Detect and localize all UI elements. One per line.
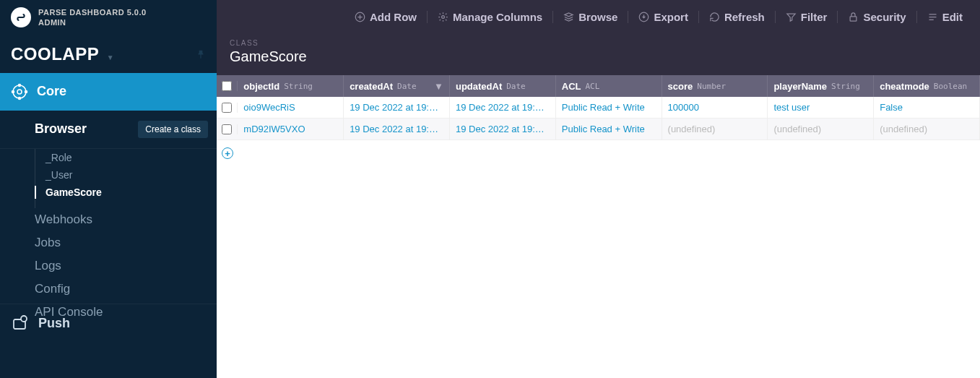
create-class-button[interactable]: Create a class (138, 121, 208, 138)
tool-label: Export (654, 11, 688, 23)
col-score[interactable]: scoreNumber (662, 75, 768, 97)
cell-score[interactable]: (undefined) (662, 119, 768, 139)
refresh-button[interactable]: Refresh (699, 11, 776, 23)
nav-webhooks[interactable]: Webhooks (0, 208, 217, 231)
class-kicker: CLASS (230, 39, 967, 47)
product-name: PARSE DASHBOARD 5.0.0 (38, 7, 147, 17)
tool-label: Edit (942, 11, 963, 23)
cell-updatedat[interactable]: 19 Dec 2022 at 19:… (450, 97, 556, 118)
app-selector[interactable]: COOLAPP ▼ (0, 35, 217, 73)
add-row-inline-button[interactable]: + (222, 147, 233, 159)
row-checkbox[interactable] (222, 124, 232, 134)
product-header: PARSE DASHBOARD 5.0.0 ADMIN (0, 0, 217, 35)
tool-label: Security (863, 11, 906, 23)
select-all-checkbox[interactable] (222, 81, 232, 91)
manage-columns-button[interactable]: Manage Columns (428, 11, 553, 23)
browser-label: Browser (35, 121, 87, 137)
class-item-user[interactable]: _User (45, 166, 217, 184)
main-area: Add Row Manage Columns Browse Export Ref… (217, 0, 980, 378)
cell-createdat[interactable]: 19 Dec 2022 at 19:… (344, 97, 450, 118)
col-objectid[interactable]: objectIdString (238, 75, 344, 97)
browser-section: Browser Create a class _Role _User GameS… (0, 111, 217, 324)
nav-config[interactable]: Config (0, 278, 217, 301)
core-section[interactable]: Core (0, 73, 217, 111)
svg-point-7 (21, 316, 27, 322)
svg-point-5 (19, 97, 21, 99)
select-all-cell[interactable] (217, 81, 238, 91)
add-row-button[interactable]: Add Row (344, 11, 428, 23)
security-button[interactable]: Security (838, 11, 916, 23)
cell-updatedat[interactable]: 19 Dec 2022 at 19:… (450, 119, 556, 139)
toolbar: Add Row Manage Columns Browse Export Ref… (217, 0, 980, 33)
row-check-cell[interactable] (217, 124, 238, 134)
export-button[interactable]: Export (628, 11, 699, 23)
col-acl[interactable]: ACLACL (556, 75, 662, 97)
col-createdat[interactable]: createdAtDate▼ (344, 75, 450, 97)
title-area: CLASS GameScore (217, 33, 980, 75)
filter-icon (786, 12, 797, 22)
cell-playername[interactable]: test user (768, 97, 874, 118)
nav-jobs[interactable]: Jobs (0, 231, 217, 254)
browser-row: Browser Create a class (0, 111, 217, 149)
svg-rect-11 (851, 16, 857, 20)
table-row[interactable]: mD92IW5VXO 19 Dec 2022 at 19:… 19 Dec 20… (217, 119, 980, 140)
sidebar: PARSE DASHBOARD 5.0.0 ADMIN COOLAPP ▼ Co… (0, 0, 217, 378)
svg-point-0 (17, 90, 22, 94)
cell-acl[interactable]: Public Read + Write (556, 97, 662, 118)
cell-cheatmode[interactable]: (undefined) (874, 119, 980, 139)
chevron-down-icon: ▼ (107, 53, 114, 61)
tool-label: Add Row (370, 11, 417, 23)
svg-point-1 (13, 85, 26, 98)
browse-button[interactable]: Browse (553, 11, 628, 23)
core-label: Core (37, 84, 66, 99)
product-user: ADMIN (38, 17, 147, 27)
cell-createdat[interactable]: 19 Dec 2022 at 19:… (344, 119, 450, 139)
class-title: GameScore (230, 48, 967, 65)
col-playername[interactable]: playerNameString (768, 75, 874, 97)
pin-icon[interactable] (196, 48, 206, 61)
cell-objectid[interactable]: oio9WecRiS (238, 97, 344, 118)
core-icon (11, 83, 28, 100)
col-updatedat[interactable]: updatedAtDate (450, 75, 556, 97)
tool-label: Refresh (724, 11, 765, 23)
download-icon (638, 12, 649, 22)
cell-acl[interactable]: Public Read + Write (556, 119, 662, 139)
cell-score[interactable]: 100000 (662, 97, 768, 118)
push-section[interactable]: Push (0, 304, 217, 342)
row-checkbox[interactable] (222, 103, 232, 113)
svg-point-9 (442, 15, 445, 18)
col-cheatmode[interactable]: cheatmodeBoolean (874, 75, 980, 97)
cell-cheatmode[interactable]: False (874, 97, 980, 118)
app-name: COOLAPP (11, 44, 99, 64)
svg-point-2 (19, 84, 21, 86)
svg-point-4 (25, 90, 27, 93)
class-item-role[interactable]: _Role (45, 149, 217, 166)
edit-icon (927, 12, 938, 22)
filter-button[interactable]: Filter (776, 11, 838, 23)
refresh-icon (709, 12, 720, 22)
lock-icon (848, 12, 859, 22)
push-label: Push (38, 316, 70, 331)
sort-desc-icon[interactable]: ▼ (434, 81, 443, 92)
grid-header: objectIdString createdAtDate▼ updatedAtD… (217, 75, 980, 97)
row-check-cell[interactable] (217, 103, 238, 113)
tool-label: Browse (578, 11, 617, 23)
gear-icon (438, 12, 448, 22)
edit-button[interactable]: Edit (917, 11, 973, 23)
cell-playername[interactable]: (undefined) (768, 119, 874, 139)
svg-point-3 (12, 90, 14, 93)
table-row[interactable]: oio9WecRiS 19 Dec 2022 at 19:… 19 Dec 20… (217, 97, 980, 119)
parse-logo-icon (11, 7, 31, 27)
cell-objectid[interactable]: mD92IW5VXO (238, 119, 344, 139)
tool-label: Manage Columns (453, 11, 542, 23)
layers-icon (563, 12, 574, 22)
push-icon (11, 314, 28, 332)
plus-circle-icon (355, 12, 365, 22)
tool-label: Filter (801, 11, 828, 23)
class-list: _Role _User GameScore (35, 149, 217, 208)
product-info: PARSE DASHBOARD 5.0.0 ADMIN (38, 7, 147, 28)
nav-logs[interactable]: Logs (0, 254, 217, 278)
class-item-gamescore[interactable]: GameScore (45, 184, 217, 201)
